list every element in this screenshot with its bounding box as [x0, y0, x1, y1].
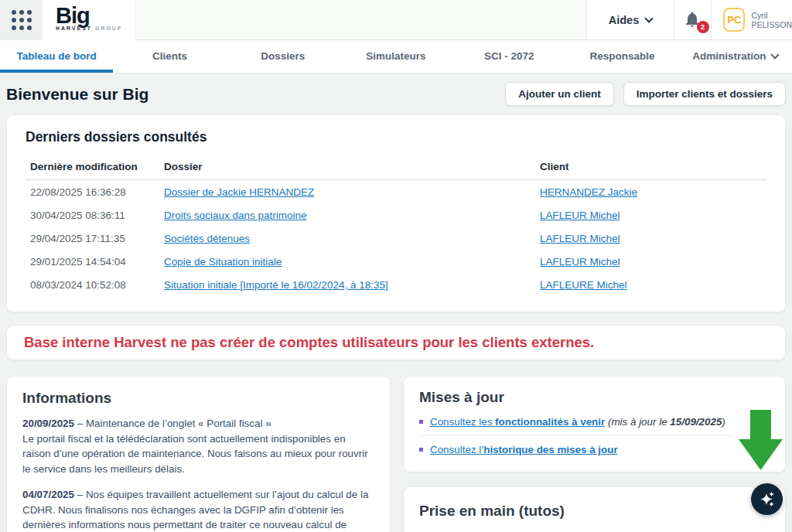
avatar: PC	[723, 8, 745, 32]
informations-card: Informations 20/09/2025 – Maintenance de…	[6, 376, 391, 532]
tab-dossiers[interactable]: Dossiers	[227, 40, 340, 73]
chevron-down-icon	[645, 14, 654, 22]
dossier-link[interactable]: Situation initiale [Importé le 16/02/202…	[164, 279, 388, 291]
table-row: Copie de Situation initiale	[164, 250, 540, 273]
bottom-section: Informations 20/09/2025 – Maintenance de…	[6, 376, 786, 532]
tutorials-title: Prise en main (tutos)	[419, 503, 770, 520]
tab-simulateurs[interactable]: Simulateurs	[340, 40, 452, 73]
main-content: Bienvenue sur Big Ajouter un client Impo…	[0, 73, 792, 532]
info-entry: 04/07/2025 – Nos équipes travaillent act…	[22, 487, 374, 532]
table-row: LAFLEURE Michel	[540, 273, 766, 296]
updates-card: Mises à jour Consultez les fonctionnalit…	[403, 376, 786, 472]
user-name: Cyril PELISSON	[751, 11, 792, 29]
dossier-link[interactable]: Copie de Situation initiale	[164, 256, 282, 268]
info-entry-body: Le portail fiscal et la télédéclaration …	[22, 433, 368, 475]
notification-badge: 2	[697, 21, 709, 33]
main-nav: Tableau de bord Clients Dossiers Simulat…	[0, 40, 792, 73]
row-modified: 08/03/2024 10:52:08	[26, 273, 164, 296]
list-item: Consultez l’historique des mises à jour	[419, 444, 770, 455]
table-row: LAFLEUR Michel	[540, 227, 766, 250]
row-modified: 22/08/2025 16:36:28	[26, 180, 164, 203]
page-title: Bienvenue sur Big	[6, 85, 148, 104]
divider	[419, 435, 734, 436]
list-item: Consultez les fonctionnalités à venir (m…	[419, 416, 770, 428]
update-date-note: (mis à jour le 15/09/2025)	[605, 416, 725, 428]
app-header: Big HARVEST GROUP Aides 2 PC Cyril PELIS…	[0, 0, 792, 40]
logo-subtitle: HARVEST GROUP	[56, 26, 135, 31]
tutorials-card: Prise en main (tutos)	[403, 486, 786, 532]
bullet-icon	[419, 448, 423, 452]
chevron-down-icon	[771, 50, 780, 59]
column-header-client: Client	[540, 158, 766, 180]
client-link[interactable]: LAFLEUR Michel	[540, 256, 620, 268]
table-row: Sociétés détenues	[164, 227, 540, 250]
row-modified: 29/01/2025 14:54:04	[26, 250, 164, 273]
page-actions: Ajouter un client Importer clients et do…	[505, 82, 786, 106]
row-modified: 30/04/2025 08:36:11	[26, 203, 164, 227]
add-client-button[interactable]: Ajouter un client	[505, 82, 614, 106]
table-row: Dossier de Jackie HERNANDEZ	[164, 180, 540, 203]
updates-title: Mises à jour	[419, 389, 770, 406]
client-link[interactable]: LAFLEUR Michel	[540, 210, 620, 221]
client-link[interactable]: LAFLEURE Michel	[540, 279, 627, 291]
arrow-down-icon	[739, 410, 783, 470]
warning-banner: Base interne Harvest ne pas créer de com…	[6, 325, 786, 360]
client-link[interactable]: LAFLEUR Michel	[540, 233, 620, 244]
table-row: Situation initiale [Importé le 16/02/202…	[164, 273, 540, 296]
aides-dropdown[interactable]: Aides	[586, 0, 674, 40]
row-modified: 29/04/2025 17:11:35	[26, 227, 164, 250]
table-row: LAFLEUR Michel	[540, 250, 766, 273]
info-entry-date: 04/07/2025	[22, 489, 74, 500]
info-entry-date: 20/09/2025	[22, 418, 74, 429]
tab-responsable[interactable]: Responsable	[565, 40, 678, 73]
table-row: Droits sociaux dans patrimoine	[164, 203, 540, 227]
recent-dossiers-title: Derniers dossiers consultés	[26, 129, 766, 145]
right-column: Mises à jour Consultez les fonctionnalit…	[403, 376, 786, 532]
grid-icon	[12, 10, 32, 30]
tab-tableau-de-bord[interactable]: Tableau de bord	[0, 40, 113, 73]
page-header: Bienvenue sur Big Ajouter un client Impo…	[6, 73, 786, 114]
tab-administration[interactable]: Administration	[679, 40, 792, 73]
info-entry-body: – Nos équipes travaillent actuellement s…	[22, 489, 368, 532]
aides-label: Aides	[609, 14, 640, 26]
column-header-modified: Dernière modification	[26, 158, 164, 180]
warning-text: Base interne Harvest ne pas créer de com…	[24, 334, 594, 351]
upcoming-features-link[interactable]: Consultez les fonctionnalités à venir	[430, 416, 605, 428]
tab-clients[interactable]: Clients	[113, 40, 226, 73]
dossier-link[interactable]: Droits sociaux dans patrimoine	[164, 210, 307, 221]
table-row: LAFLEUR Michel	[540, 203, 766, 227]
app-logo[interactable]: Big HARVEST GROUP	[43, 0, 135, 40]
recent-dossiers-table: Dernière modification Dossier Client 22/…	[26, 158, 766, 296]
info-entry: 20/09/2025 – Maintenance de l’onglet « P…	[22, 416, 374, 476]
sparkles-icon	[758, 490, 777, 509]
notifications-button[interactable]: 2	[674, 0, 711, 40]
assistant-button[interactable]	[751, 483, 783, 515]
import-clients-button[interactable]: Importer clients et dossiers	[623, 82, 786, 106]
updates-history-link[interactable]: Consultez l’historique des mises à jour	[430, 444, 618, 455]
dossier-link[interactable]: Sociétés détenues	[164, 233, 250, 244]
user-menu[interactable]: PC Cyril PELISSON	[711, 0, 792, 40]
tab-sci-2072[interactable]: SCI - 2072	[452, 40, 565, 73]
column-header-dossier: Dossier	[164, 158, 540, 180]
dossier-link[interactable]: Dossier de Jackie HERNANDEZ	[164, 186, 314, 198]
app-launcher-button[interactable]	[0, 0, 43, 40]
recent-dossiers-card: Derniers dossiers consultés Dernière mod…	[6, 114, 786, 312]
header-spacer	[135, 0, 586, 40]
client-link[interactable]: HERNANDEZ Jackie	[540, 186, 637, 198]
informations-title: Informations	[22, 390, 374, 407]
table-row: HERNANDEZ Jackie	[540, 180, 766, 203]
bullet-icon	[419, 420, 423, 424]
logo-title: Big	[56, 4, 135, 27]
